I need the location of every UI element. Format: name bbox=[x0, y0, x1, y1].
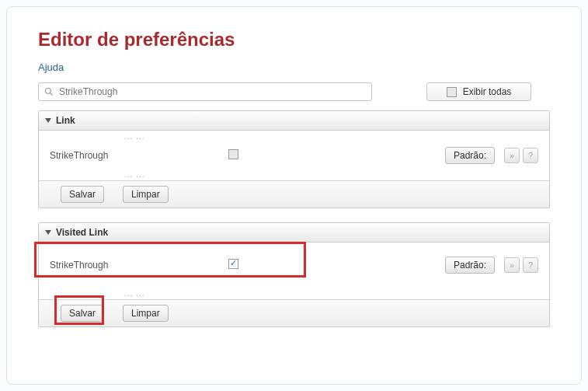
show-all-checkbox-icon bbox=[447, 87, 457, 97]
expand-icon[interactable]: » bbox=[504, 148, 520, 163]
breadcrumb: ... ... bbox=[39, 288, 549, 299]
show-all-button[interactable]: Exibir todas bbox=[426, 82, 531, 101]
section-link-title: Link bbox=[56, 115, 75, 126]
svg-line-1 bbox=[50, 93, 53, 96]
page-title: Editor de preferências bbox=[38, 29, 550, 51]
pref-checkbox[interactable] bbox=[228, 149, 238, 159]
expand-icon[interactable]: » bbox=[504, 257, 520, 273]
svg-point-0 bbox=[46, 89, 51, 94]
pref-row-visited-strikethrough: StrikeThrough Padrão: » ? bbox=[39, 243, 549, 288]
section-visited-link-header[interactable]: Visited Link bbox=[39, 223, 549, 243]
pref-label: StrikeThrough bbox=[50, 150, 228, 161]
section-link-header[interactable]: Link bbox=[39, 111, 549, 131]
clear-button[interactable]: Limpar bbox=[123, 305, 169, 322]
pref-checkbox[interactable] bbox=[228, 259, 238, 269]
clear-button[interactable]: Limpar bbox=[123, 186, 169, 203]
chevron-down-icon bbox=[45, 118, 51, 123]
show-all-label: Exibir todas bbox=[463, 86, 512, 97]
section-link: Link ... ... StrikeThrough Padrão: » ? .… bbox=[38, 110, 550, 208]
help-link[interactable]: Ajuda bbox=[38, 61, 64, 73]
help-icon[interactable]: ? bbox=[523, 257, 538, 273]
search-input[interactable] bbox=[38, 82, 372, 101]
chevron-down-icon bbox=[45, 230, 51, 235]
pref-label: StrikeThrough bbox=[50, 260, 228, 271]
save-button[interactable]: Salvar bbox=[61, 305, 104, 322]
search-icon bbox=[44, 87, 54, 96]
pref-row-link-strikethrough: StrikeThrough Padrão: » ? bbox=[39, 142, 549, 169]
default-button[interactable]: Padrão: bbox=[445, 257, 495, 274]
save-button[interactable]: Salvar bbox=[61, 186, 104, 203]
breadcrumb: ... ... bbox=[39, 169, 549, 180]
help-icon[interactable]: ? bbox=[523, 148, 538, 163]
section-visited-link-title: Visited Link bbox=[56, 227, 108, 238]
default-button[interactable]: Padrão: bbox=[445, 147, 495, 164]
section-link-footer: Salvar Limpar bbox=[39, 180, 549, 208]
search-field-wrap bbox=[38, 82, 372, 101]
breadcrumb: ... ... bbox=[39, 131, 549, 142]
section-visited-link: Visited Link StrikeThrough Padrão: » ? .… bbox=[38, 222, 550, 327]
section-visited-link-footer: Salvar Limpar bbox=[39, 299, 549, 326]
